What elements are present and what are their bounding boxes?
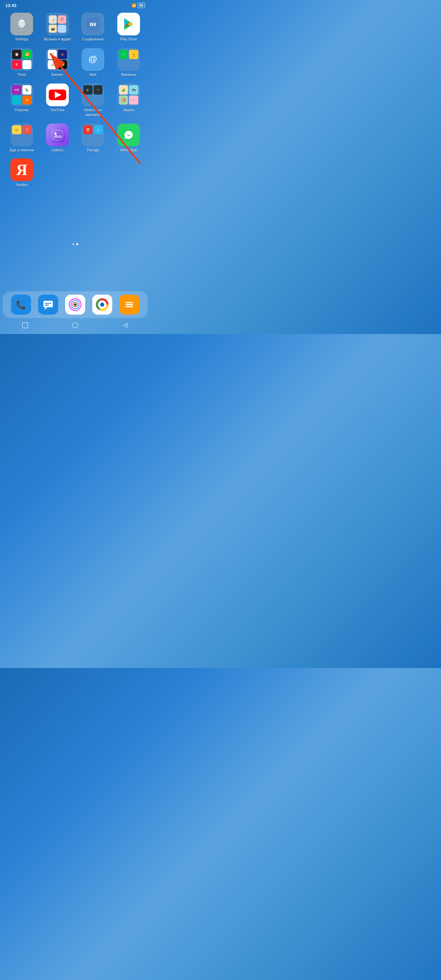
svg-rect-41: [125, 306, 133, 307]
weather-icon: 🍄 💧: [81, 124, 104, 146]
social-folder-label: Социальные: [82, 37, 104, 41]
gallery-app[interactable]: Gallery: [41, 124, 74, 152]
business-app[interactable]: 📋 🦅 📊 😊 Бизнес: [41, 48, 74, 77]
playstore-label: Play Store: [120, 37, 137, 41]
whatsapp-icon: [117, 124, 140, 146]
app-grid-row3: WB 🏪 🛒 ✉ Покупки YouTube ▶ +: [0, 80, 150, 120]
svg-rect-39: [125, 302, 133, 303]
whatsapp-app[interactable]: WhatsApp: [112, 124, 145, 152]
page-dot-1[interactable]: [72, 243, 74, 245]
settings-icon: [10, 13, 33, 35]
nav-home[interactable]: [70, 321, 80, 330]
gallery-icon: [46, 124, 69, 146]
tools-app[interactable]: ⏰ 📶 🎙 ↙ Tools: [5, 48, 38, 77]
games-label: Экшен: [123, 108, 134, 112]
yandex-icon: Я: [10, 158, 33, 181]
mail-app[interactable]: @ Mail: [76, 48, 110, 77]
svg-text:@: @: [89, 54, 97, 64]
news-icon: ▶ +: [81, 83, 104, 106]
battery-display: 89: [138, 3, 145, 8]
tools-label: Tools: [18, 73, 26, 77]
svg-point-37: [100, 302, 104, 307]
empty-cell-1: [41, 158, 74, 187]
svg-rect-25: [45, 303, 51, 304]
food-app[interactable]: 😊 🍴 Еда и напитки: [5, 124, 38, 152]
nav-bar: [0, 319, 150, 331]
business-label: Бизнес: [51, 73, 64, 77]
dock-phone[interactable]: 📞: [11, 294, 31, 315]
svg-rect-42: [22, 323, 28, 328]
food-label: Еда и напитки: [10, 148, 34, 152]
svg-rect-40: [125, 304, 133, 305]
app-grid-row4: 😊 🍴 Еда и напитки: [0, 120, 150, 156]
business-icon: 📋 🦅 📊 😊: [46, 48, 69, 71]
settings-label: Settings: [15, 37, 29, 41]
svg-point-15: [54, 132, 56, 135]
yandex-label: Yandex: [16, 183, 28, 187]
social-folder-app[interactable]: вк Социальные: [76, 13, 110, 41]
dock-messages[interactable]: [38, 294, 58, 315]
svg-point-4: [21, 23, 23, 25]
svg-rect-23: [43, 301, 53, 307]
food-icon: 😊 🍴: [10, 124, 33, 146]
empty-cell-3: [112, 158, 145, 187]
finance-app[interactable]: ✓ 💰 Финансы: [112, 48, 145, 77]
empty-cell-2: [76, 158, 110, 187]
app-grid-row1: Settings 📊 🎵 📷 ♪ Музыка и аудио вк Социа…: [0, 10, 150, 45]
nav-back[interactable]: [121, 321, 130, 330]
yandex-app[interactable]: Я Yandex: [5, 158, 38, 187]
settings-app[interactable]: Settings: [5, 13, 38, 41]
app-grid-row2: ⏰ 📶 🎙 ↙ Tools 📋 🦅 📊 😊 Бизнес @: [0, 45, 150, 80]
whatsapp-label: WhatsApp: [120, 148, 137, 152]
weather-app[interactable]: 🍄 💧 Погода: [76, 124, 110, 152]
finance-icon: ✓ 💰: [117, 48, 140, 71]
youtube-app[interactable]: YouTube: [41, 83, 74, 116]
news-label: Новости и журналы: [76, 108, 110, 116]
svg-point-43: [73, 323, 78, 328]
shopping-icon: WB 🏪 🛒 ✉: [10, 83, 33, 106]
shopping-app[interactable]: WB 🏪 🛒 ✉ Покупки: [5, 83, 38, 116]
svg-text:Я: Я: [16, 161, 27, 178]
svg-text:📞: 📞: [16, 300, 26, 310]
dock-chrome[interactable]: [92, 294, 112, 315]
page-dot-2[interactable]: [76, 243, 78, 245]
signal-icon: 📶: [132, 3, 136, 8]
dock: 📞: [3, 291, 148, 318]
news-app[interactable]: ▶ + Новости и журналы: [76, 83, 110, 116]
svg-point-31: [74, 303, 76, 305]
youtube-icon: [46, 83, 69, 106]
social-folder-icon: вк: [81, 13, 104, 35]
time-display: 13:43: [5, 3, 16, 8]
mail-label: Mail: [89, 73, 96, 77]
weather-label: Погода: [87, 148, 99, 152]
spacer: [0, 190, 150, 237]
svg-marker-44: [124, 323, 127, 328]
nav-square[interactable]: [21, 321, 30, 330]
status-indicators: 📶 89: [132, 3, 145, 8]
games-app[interactable]: 🧩 🎮 🎯 🌸 Экшен: [112, 83, 145, 116]
playstore-icon: [117, 13, 140, 35]
finance-label: Финансы: [121, 73, 136, 77]
music-folder-icon: 📊 🎵 📷 ♪: [46, 13, 69, 35]
shopping-label: Покупки: [15, 108, 29, 112]
games-icon: 🧩 🎮 🎯 🌸: [117, 83, 140, 106]
music-folder-label: Музыка и аудио: [44, 37, 71, 41]
app-grid-row5: Я Yandex: [0, 156, 150, 190]
page-indicators: [0, 243, 150, 245]
music-folder-app[interactable]: 📊 🎵 📷 ♪ Музыка и аудио: [41, 13, 74, 41]
dock-browser[interactable]: [119, 294, 139, 315]
svg-rect-26: [45, 305, 49, 305]
status-bar: 13:43 📶 89: [0, 0, 150, 10]
dock-camera[interactable]: [65, 294, 85, 315]
playstore-app[interactable]: Play Store: [112, 13, 145, 41]
mail-icon: @: [81, 48, 104, 71]
youtube-label: YouTube: [50, 108, 64, 112]
tools-icon: ⏰ 📶 🎙 ↙: [10, 48, 33, 71]
gallery-label: Gallery: [51, 148, 63, 152]
